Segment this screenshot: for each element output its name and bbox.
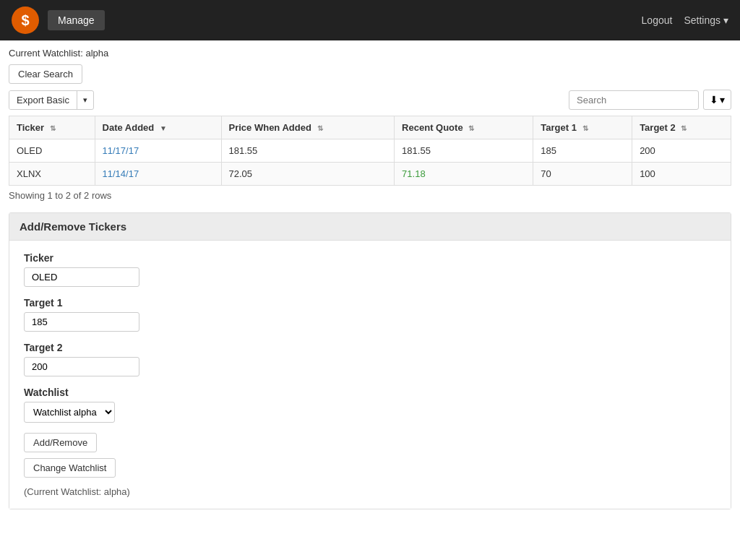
add-remove-body: Ticker Target 1 Target 2 Watchlist Watch… [9, 241, 731, 509]
watchlist-select[interactable]: Watchlist alpha [24, 402, 115, 423]
logout-link[interactable]: Logout [642, 14, 673, 26]
brand-logo: $ [12, 7, 42, 34]
page-content: Current Watchlist: alpha Clear Search Ex… [0, 40, 740, 525]
cell-ticker: OLED [9, 139, 95, 163]
sort-icon-ticker: ⇅ [50, 124, 56, 132]
settings-dropdown[interactable]: Settings ▾ [684, 14, 728, 26]
export-caret-icon[interactable]: ▾ [77, 92, 93, 108]
cell-date-added[interactable]: 11/17/17 [95, 139, 221, 163]
cell-target1: 70 [533, 163, 632, 186]
table-body: OLED 11/17/17 181.55 181.55 185 200 XLNX… [9, 139, 731, 186]
export-label[interactable]: Export Basic [9, 91, 77, 109]
target2-input[interactable] [24, 357, 139, 376]
ticker-group: Ticker [24, 252, 716, 287]
cell-price-when-added: 181.55 [221, 139, 395, 163]
search-input[interactable] [569, 90, 699, 110]
toolbar-left: Export Basic ▾ [9, 90, 94, 110]
clear-search-button[interactable]: Clear Search [9, 64, 82, 84]
manage-button[interactable]: Manage [48, 10, 105, 30]
toolbar-row: Export Basic ▾ ⬇ ▾ [9, 90, 731, 110]
watchlist-group: Watchlist Watchlist alpha [24, 387, 716, 423]
change-watchlist-button[interactable]: Change Watchlist [24, 458, 116, 478]
brand-icon: $ [12, 7, 39, 34]
current-watchlist-note: (Current Watchlist: alpha) [24, 486, 130, 497]
action-buttons: Add/Remove Change Watchlist (Current Wat… [24, 433, 716, 497]
download-icon-button[interactable]: ⬇ ▾ [703, 90, 731, 110]
target2-label: Target 2 [24, 342, 716, 353]
export-dropdown[interactable]: Export Basic ▾ [9, 90, 94, 110]
cell-ticker: XLNX [9, 163, 95, 186]
target1-label: Target 1 [24, 297, 716, 309]
sort-icon-price: ⇅ [317, 124, 323, 132]
col-price-when-added[interactable]: Price When Added ⇅ [221, 116, 395, 139]
target2-group: Target 2 [24, 342, 716, 376]
settings-caret-icon: ▾ [723, 14, 728, 26]
row-count-text: Showing 1 to 2 of 2 rows [9, 190, 731, 201]
cell-price-when-added: 72.05 [221, 163, 395, 186]
col-target2[interactable]: Target 2 ⇅ [632, 116, 731, 139]
cell-recent-quote: 181.55 [395, 139, 533, 163]
col-target1[interactable]: Target 1 ⇅ [533, 116, 632, 139]
col-ticker[interactable]: Ticker ⇅ [9, 116, 95, 139]
cell-target2: 200 [632, 139, 731, 163]
target1-input[interactable] [24, 312, 139, 332]
target1-group: Target 1 [24, 297, 716, 332]
sort-icon-target2: ⇅ [681, 124, 687, 132]
sort-icon-date: ▼ [160, 124, 167, 132]
ticker-input[interactable] [24, 267, 139, 287]
add-remove-header: Add/Remove Tickers [9, 213, 731, 241]
add-remove-section: Add/Remove Tickers Ticker Target 1 Targe… [9, 212, 731, 509]
navbar-right: Logout Settings ▾ [642, 14, 728, 26]
add-remove-button[interactable]: Add/Remove [24, 433, 97, 452]
cell-target2: 100 [632, 163, 731, 186]
cell-recent-quote: 71.18 [395, 163, 533, 186]
cell-target1: 185 [533, 139, 632, 163]
sort-icon-recent: ⇅ [468, 124, 474, 132]
toolbar-right: ⬇ ▾ [569, 90, 731, 110]
dropdown-caret-icon: ▾ [720, 94, 725, 105]
navbar: $ Manage Logout Settings ▾ [0, 0, 740, 40]
cell-date-added[interactable]: 11/14/17 [95, 163, 221, 186]
col-date-added[interactable]: Date Added ▼ [95, 116, 221, 139]
table-row: OLED 11/17/17 181.55 181.55 185 200 [9, 139, 731, 163]
table-header: Ticker ⇅ Date Added ▼ Price When Added ⇅… [9, 116, 731, 139]
col-recent-quote[interactable]: Recent Quote ⇅ [395, 116, 533, 139]
ticker-label: Ticker [24, 252, 716, 264]
watchlist-label: Watchlist [24, 387, 716, 398]
sort-icon-target1: ⇅ [582, 124, 588, 132]
table-row: XLNX 11/14/17 72.05 71.18 70 100 [9, 163, 731, 186]
watchlist-table: Ticker ⇅ Date Added ▼ Price When Added ⇅… [9, 116, 731, 186]
download-icon: ⬇ [710, 94, 718, 105]
current-watchlist-label: Current Watchlist: alpha [9, 48, 731, 59]
